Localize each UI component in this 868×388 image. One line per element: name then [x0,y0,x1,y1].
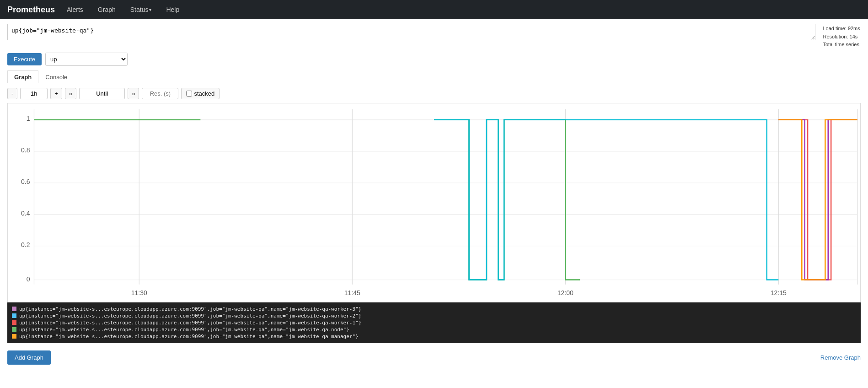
query-meta: Load time: 92ms Resolution: 14s Total ti… [823,24,861,49]
legend-label-0: up{instance="jm-website-s...esteurope.cl… [19,306,361,312]
range-input[interactable] [20,88,48,99]
tab-console[interactable]: Console [38,70,74,83]
zoom-out-button[interactable]: - [7,88,17,99]
legend-label-1: up{instance="jm-website-s...esteurope.cl… [19,313,361,319]
legend-label-3: up{instance="jm-website-s...esteurope.cl… [19,327,349,333]
metric-select[interactable]: up go_gc_duration_seconds go_goroutines [46,53,127,65]
svg-text:0.4: 0.4 [21,210,30,217]
legend-item-4: up{instance="jm-website-s...esteurope.cl… [12,334,856,340]
svg-text:0.6: 0.6 [21,178,30,185]
brand[interactable]: Prometheus [7,5,55,15]
forward-button[interactable]: » [128,88,139,99]
legend: up{instance="jm-website-s...esteurope.cl… [7,302,861,343]
nav-status-label: Status [130,6,149,13]
back-button[interactable]: « [65,88,76,99]
svg-text:11:45: 11:45 [344,289,360,296]
graph-controls: - + « » stacked [7,88,861,99]
query-input[interactable] [7,24,815,40]
svg-text:0.8: 0.8 [21,146,30,154]
legend-item-0: up{instance="jm-website-s...esteurope.cl… [12,306,856,312]
main-content: Load time: 92ms Resolution: 14s Total ti… [0,19,868,374]
total-time-series: Total time series: [823,41,861,49]
query-row: Load time: 92ms Resolution: 14s Total ti… [7,24,861,49]
load-time: Load time: 92ms [823,25,861,33]
nav-status-dropdown[interactable]: Status ▾ [128,4,155,15]
legend-label-2: up{instance="jm-website-s...esteurope.cl… [19,320,361,326]
legend-label-4: up{instance="jm-website-s...esteurope.cl… [19,334,359,340]
legend-item-1: up{instance="jm-website-s...esteurope.cl… [12,313,856,319]
tab-graph[interactable]: Graph [7,70,38,83]
metric-select-wrap: up go_gc_duration_seconds go_goroutines [45,53,128,66]
legend-color-1 [12,313,16,318]
nav-alerts[interactable]: Alerts [64,4,86,15]
graph-svg: 1 0.8 0.6 0.4 0.2 0 11:30 11:45 12:00 [8,103,860,302]
stacked-text: stacked [194,90,214,97]
svg-text:12:15: 12:15 [771,289,787,296]
svg-text:0.2: 0.2 [21,241,30,248]
footer-row: Add Graph Remove Graph [7,350,861,369]
remove-graph-link[interactable]: Remove Graph [820,354,861,361]
legend-color-0 [12,307,16,311]
nav-graph[interactable]: Graph [95,4,118,15]
graph-container: 1 0.8 0.6 0.4 0.2 0 11:30 11:45 12:00 [7,103,861,302]
zoom-in-button[interactable]: + [50,88,62,99]
add-graph-button[interactable]: Add Graph [7,350,51,365]
svg-text:11:30: 11:30 [131,289,147,296]
svg-text:1: 1 [27,115,30,122]
legend-color-4 [12,334,16,339]
resolution: Resolution: 14s [823,33,861,41]
stacked-label[interactable]: stacked [181,88,220,99]
svg-text:0: 0 [27,275,30,283]
navbar: Prometheus Alerts Graph Status ▾ Help [0,0,868,19]
legend-color-2 [12,320,16,325]
tabs: Graph Console [7,70,861,83]
svg-rect-0 [8,103,860,302]
svg-text:12:00: 12:00 [557,289,573,296]
execute-button[interactable]: Execute [7,53,42,65]
legend-item-3: up{instance="jm-website-s...esteurope.cl… [12,327,856,333]
stacked-checkbox[interactable] [186,91,192,97]
legend-color-3 [12,327,16,332]
until-input[interactable] [79,88,125,99]
legend-item-2: up{instance="jm-website-s...esteurope.cl… [12,320,856,326]
execute-row: Execute up go_gc_duration_seconds go_gor… [7,53,861,66]
nav-help[interactable]: Help [163,4,182,15]
res-input[interactable] [142,88,178,99]
chevron-down-icon: ▾ [149,7,151,12]
